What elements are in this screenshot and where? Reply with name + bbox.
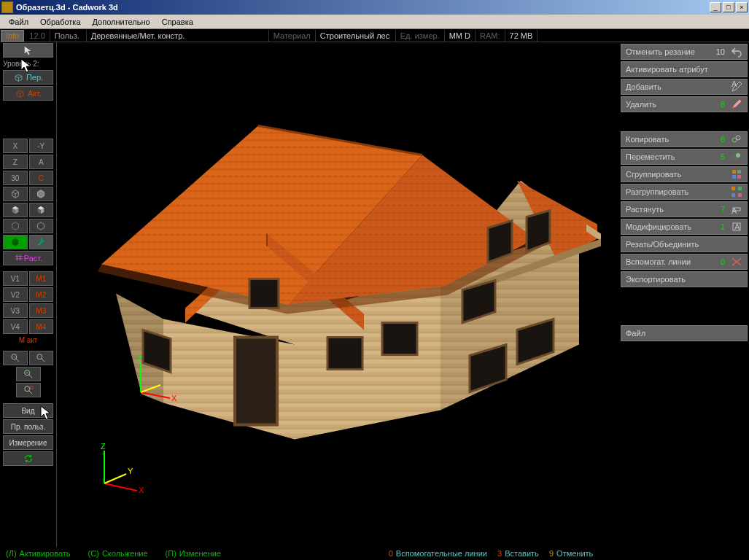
window-title: Образетц.3d - Cadwork 3d [16,3,708,12]
edit-icon: A [731,81,742,93]
zoom-fit-button[interactable] [16,367,41,381]
minimize-button[interactable]: _ [710,2,721,12]
house-model [76,97,601,478]
cube-icon [13,72,26,82]
viewport-3d[interactable]: X Y Z X Z [57,42,619,547]
group-button[interactable]: Сгруппировать [621,166,748,182]
user-profile-button[interactable]: Пр. польз. [3,419,53,434]
svg-line-18 [104,474,126,483]
infobar: Info 12.0 Польз. Деревянные/Мет. констр.… [0,29,749,42]
m-active-label: М акт [0,335,56,346]
units-value[interactable]: ММ D [445,30,476,42]
box-green-button[interactable] [3,235,28,249]
units-label: Ед. измер. [396,30,445,42]
undo-cut-button[interactable]: Отменить резание10 [621,44,748,60]
axis-ny-button[interactable]: -Y [29,139,54,153]
box-wire-button[interactable] [3,187,28,201]
move-button[interactable]: Переместить5 [621,149,748,165]
v1-button[interactable]: V1 [3,271,28,286]
cursor-icon [22,45,35,55]
svg-text:A: A [731,81,737,88]
v3-button[interactable]: V3 [3,303,28,318]
svg-rect-36 [731,187,735,190]
menu-help[interactable]: Справка [156,16,199,28]
stretch-button[interactable]: Растянуть7 A [621,201,748,217]
cut-join-button[interactable]: Резать/Объединить [621,236,748,252]
refresh-button[interactable] [3,451,53,466]
view-button[interactable]: Вид [3,403,53,418]
v2-button[interactable]: V2 [3,287,28,302]
add-button[interactable]: Добавить A [621,79,748,95]
ungroup-button[interactable]: Разгруппировать [621,184,748,200]
activate-attribute-button[interactable]: Активировать атрибут [621,61,748,77]
svg-rect-12 [235,338,277,425]
svg-rect-5 [30,386,33,389]
user-label[interactable]: Польз. [50,30,87,42]
axis-gizmo-model: X Z [130,356,188,416]
status-center: (С)Скольжение [88,549,148,558]
m1-button[interactable]: M1 [29,271,54,286]
app-icon [1,1,13,13]
axis-a-button[interactable]: A [29,155,54,169]
helper-lines-button[interactable]: Вспомогат. линии0 [621,254,748,270]
status-hotkeys: 0Вспомогательные линии 3Вставить 9Отмени… [389,549,594,558]
axis-30-button[interactable]: 30 [3,171,28,185]
copy-button[interactable]: Копировать6 [621,131,748,147]
export-button[interactable]: Экспортировать [621,271,748,287]
m2-button[interactable]: M2 [29,287,54,302]
v4-button[interactable]: V4 [3,319,28,334]
svg-text:Z: Z [137,356,142,363]
version-label: 12.0 [25,30,50,42]
perspective-button[interactable]: Пер. [3,70,53,85]
zoom-out-button[interactable] [29,351,54,365]
modify-button[interactable]: Модифицировать1 A [621,219,748,235]
m3-button[interactable]: M3 [29,303,54,318]
shaded-cube-icon [34,205,47,215]
zoom-window-icon [22,385,35,395]
close-button[interactable]: × [736,2,748,12]
info-button[interactable]: Info [1,30,24,42]
svg-text:A: A [731,206,737,215]
eraser-icon [731,98,742,110]
axis-x-button[interactable]: X [3,139,28,153]
active-button[interactable]: Акт. [3,86,53,101]
svg-text:A: A [734,222,740,231]
material-value[interactable]: Строительный лес [316,30,396,42]
box-lit2-button[interactable] [29,203,54,217]
svg-text:X: X [171,394,177,402]
box-dash-button[interactable] [3,219,28,233]
box-plain-button[interactable] [29,219,54,233]
svg-rect-34 [732,175,736,179]
box-solid-button[interactable] [29,187,54,201]
svg-rect-13 [327,338,362,370]
menu-edit[interactable]: Обработка [34,16,86,28]
m4-button[interactable]: M4 [29,319,54,334]
group-icon [731,168,742,180]
menu-file[interactable]: Файл [3,16,34,28]
axis-z-button[interactable]: Z [3,155,28,169]
svg-line-24 [141,385,160,392]
measurement-button[interactable]: Измерение [3,435,53,450]
cursor-tool-button[interactable] [3,43,53,58]
svg-rect-33 [737,170,741,174]
file-button[interactable]: Файл [621,325,748,341]
status-left: (Л)Активировать [6,549,71,558]
axis-gizmo: X Y Z [86,443,144,503]
menu-extras[interactable]: Дополнительно [87,16,156,28]
construction-mode[interactable]: Деревянные/Мет. констр. [87,30,269,42]
maximize-button[interactable]: □ [723,2,734,12]
titlebar: Образетц.3d - Cadwork 3d _ □ × [0,0,749,15]
zoom-in-button[interactable] [3,351,28,365]
axis-c-button[interactable]: C [29,171,54,185]
solid-cube-icon [9,237,22,247]
material-label: Материал [269,30,316,42]
raster-button[interactable]: Раст. [3,251,53,265]
svg-line-22 [141,392,170,398]
delete-button[interactable]: Удалить8 [621,96,748,112]
svg-rect-15 [249,279,279,308]
zoom-window-button[interactable] [16,383,41,397]
wrench-button[interactable] [29,235,54,249]
left-toolbar: Уровень 2: Пер. Акт. X -Y Z A 30 C [0,42,57,547]
svg-point-31 [736,153,740,158]
box-lit1-button[interactable] [3,203,28,217]
